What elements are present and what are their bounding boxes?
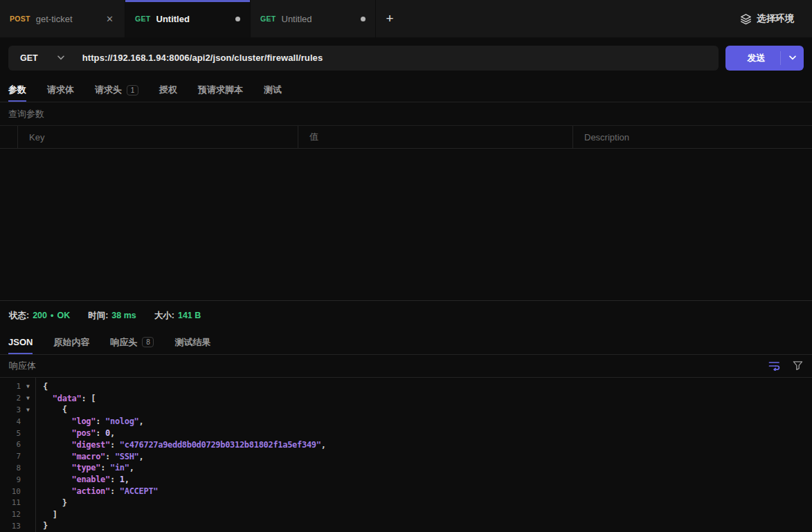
tab-label: 参数 (8, 84, 26, 96)
params-table-body (0, 149, 812, 300)
response-code[interactable]: 1▼{2▼ "data": [3▼ {4 "log": "nolog",5 "p… (0, 378, 812, 532)
tab-label: 测试结果 (174, 336, 210, 349)
line-number: 3 (0, 405, 21, 414)
code-text: "enable": 1, (35, 475, 129, 484)
url-input[interactable]: GET https://192.168.1.94:8006/api2/json/… (8, 46, 719, 71)
send-button-label: 发送 (725, 52, 780, 64)
code-line: 12 ] (0, 508, 812, 520)
request-tabs: 参数 请求体 请求头 1 授权 预请求脚本 测试 (0, 78, 812, 102)
method-label-get: GET (135, 15, 151, 23)
send-options-chevron-down-icon[interactable] (780, 51, 804, 65)
size-label: 大小: (154, 310, 174, 322)
response-tab-headers[interactable]: 响应头 8 (110, 331, 154, 354)
window-tab-get-ticket[interactable]: POST get-ticket ✕ (0, 0, 125, 37)
response-tabs: JSON 原始内容 响应头 8 测试结果 (0, 331, 812, 355)
size-value: 141 B (178, 311, 201, 320)
code-text: "log": "nolog", (35, 416, 143, 426)
code-text: "pos": 0, (35, 428, 115, 438)
filter-funnel-icon[interactable] (793, 360, 803, 371)
request-tab-params[interactable]: 参数 (8, 78, 26, 102)
response-tab-raw[interactable]: 原始内容 (53, 331, 89, 354)
new-tab-button[interactable]: + (376, 0, 404, 37)
response-status-bar: 状态: 200 • OK 时间: 38 ms 大小: 141 B (0, 300, 812, 331)
line-number: 8 (0, 464, 21, 473)
response-tab-json[interactable]: JSON (8, 331, 33, 354)
tab-label: 请求头 (95, 84, 122, 96)
window-tab-untitled-1[interactable]: GET Untitled (125, 0, 251, 37)
code-text: { (35, 382, 48, 392)
tab-label: 请求体 (47, 84, 74, 96)
request-tab-prescript[interactable]: 预请求脚本 (198, 78, 243, 102)
line-number: 4 (0, 417, 21, 426)
code-line: 7 "macro": "SSH", (0, 450, 812, 462)
chevron-down-icon[interactable] (57, 55, 64, 60)
tab-title: Untitled (282, 14, 356, 24)
code-line: 3▼ { (0, 404, 812, 416)
code-line: 4 "log": "nolog", (0, 416, 812, 428)
headers-count-badge: 1 (127, 85, 138, 95)
time-label: 时间: (88, 310, 108, 322)
tab-label: 响应头 (110, 336, 137, 349)
query-params-section: 查询参数 (0, 102, 812, 126)
code-text: "data": [ (35, 394, 96, 403)
word-wrap-icon[interactable] (768, 360, 780, 371)
row-handle-column (0, 126, 18, 148)
status-label: 状态: (9, 310, 29, 322)
code-line: 11 } (0, 497, 812, 508)
unsaved-dot-icon (361, 17, 366, 21)
request-tab-body[interactable]: 请求体 (47, 78, 74, 102)
query-params-title: 查询参数 (8, 108, 44, 120)
method-label-get: GET (260, 15, 276, 23)
line-number: 1 (0, 382, 21, 391)
request-tab-headers[interactable]: 请求头 1 (95, 78, 138, 102)
code-line: 13} (0, 520, 812, 532)
tabbar-spacer (404, 0, 722, 37)
status-group: 状态: 200 • OK (9, 310, 70, 322)
request-bar: GET https://192.168.1.94:8006/api2/json/… (0, 37, 812, 78)
code-text: } (35, 498, 67, 508)
unsaved-dot-icon (235, 17, 240, 21)
code-line: 2▼ "data": [ (0, 392, 812, 404)
line-number: 2 (0, 394, 21, 403)
code-text: "macro": "SSH", (35, 452, 143, 461)
fold-caret-icon[interactable]: ▼ (21, 407, 35, 413)
response-body-label: 响应体 (9, 360, 36, 372)
params-table-header: Key 值 Description (0, 126, 812, 149)
response-headers-count-badge: 8 (142, 337, 154, 347)
gutter-divider (35, 378, 36, 532)
size-group: 大小: 141 B (154, 310, 201, 322)
line-number: 11 (0, 498, 21, 507)
code-line: 8 "type": "in", (0, 462, 812, 474)
request-tab-auth[interactable]: 授权 (159, 78, 177, 102)
status-code: 200 (33, 311, 47, 320)
column-header-value: 值 (298, 126, 573, 148)
tab-label: 授权 (159, 84, 177, 96)
status-text: OK (57, 311, 70, 320)
fold-caret-icon[interactable]: ▼ (21, 383, 35, 389)
url-text[interactable]: https://192.168.1.94:8006/api2/json/clus… (82, 53, 323, 63)
env-selector-label: 选择环境 (757, 12, 794, 25)
line-number: 12 (0, 510, 21, 519)
tab-label: 预请求脚本 (198, 84, 243, 96)
line-number: 10 (0, 487, 21, 496)
column-header-description: Description (573, 126, 812, 148)
window-tab-untitled-2[interactable]: GET Untitled (251, 0, 376, 37)
line-number: 9 (0, 475, 21, 484)
response-tab-test-results[interactable]: 测试结果 (174, 331, 210, 354)
code-text: "type": "in", (35, 463, 134, 473)
request-tab-tests[interactable]: 测试 (264, 78, 282, 102)
tab-title: get-ticket (36, 14, 99, 24)
env-selector[interactable]: 选择环境 (722, 0, 812, 37)
code-line: 9 "enable": 1, (0, 474, 812, 486)
response-body-tools (768, 360, 803, 371)
fold-caret-icon[interactable]: ▼ (21, 395, 35, 401)
line-number: 13 (0, 522, 21, 531)
layers-icon (740, 13, 752, 25)
send-button[interactable]: 发送 (725, 46, 804, 71)
close-icon[interactable]: ✕ (105, 14, 115, 24)
tab-label: JSON (8, 337, 33, 347)
line-number: 6 (0, 440, 21, 449)
status-bullet: • (51, 311, 53, 320)
method-dropdown[interactable]: GET (8, 53, 57, 63)
code-text: { (35, 405, 67, 414)
